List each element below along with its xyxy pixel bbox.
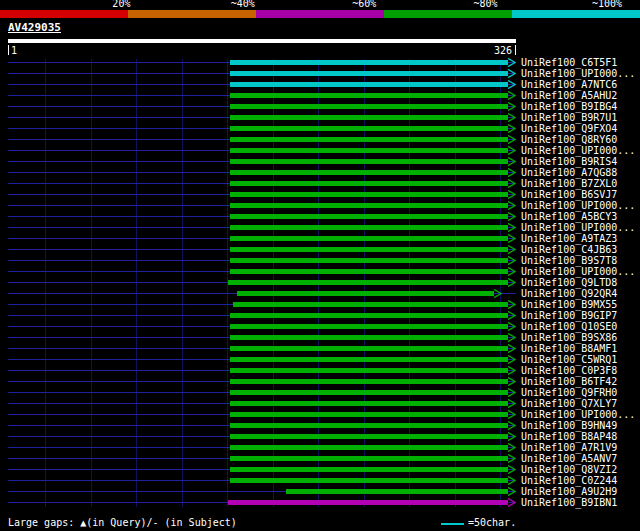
hit-label: UniRef100_B9S7T8	[521, 255, 617, 266]
hit-arrowhead-icon	[507, 300, 516, 309]
identity-scale-labels: 20%~40%~60%~80%~100%	[0, 0, 640, 10]
hit-bar	[230, 434, 508, 439]
hit-bar	[228, 500, 508, 505]
hit-arrowhead-icon	[507, 344, 516, 353]
hit-bar	[230, 247, 508, 252]
hit-row: UniRef100_B9IBN1	[0, 497, 640, 508]
hit-label: UniRef100_B6SVJ7	[521, 189, 617, 200]
hit-bar	[230, 258, 508, 263]
scale-segment	[384, 10, 512, 18]
hit-label: UniRef100_Q9FRH0	[521, 387, 617, 398]
hit-arrowhead-icon	[507, 399, 516, 408]
hit-row: UniRef100_B9RIS4	[0, 156, 640, 167]
ruler-tick-right	[515, 45, 516, 55]
hit-bar	[230, 379, 508, 384]
hit-bar	[230, 225, 508, 230]
hit-row: UniRef100_B8AMF1	[0, 343, 640, 354]
hit-row: UniRef100_Q8RY60	[0, 134, 640, 145]
hit-bar	[230, 401, 508, 406]
hit-label: UniRef100_A7R1V9	[521, 442, 617, 453]
hit-row: UniRef100_UPI000...	[0, 266, 640, 277]
hit-label: UniRef100_B9IBN1	[521, 497, 617, 508]
hit-bar	[230, 368, 508, 373]
hit-arrowhead-icon	[507, 311, 516, 320]
hit-arrowhead-icon	[507, 102, 516, 111]
hit-row: UniRef100_A7R1V9	[0, 442, 640, 453]
hit-row: UniRef100_C5WRQ1	[0, 354, 640, 365]
hit-label: UniRef100_Q92QR4	[521, 288, 617, 299]
hit-row: UniRef100_Q8VZI2	[0, 464, 640, 475]
query-bar	[8, 39, 516, 43]
hit-row: UniRef100_B9S7T8	[0, 255, 640, 266]
hit-bar	[286, 489, 508, 494]
hit-row: UniRef100_C6T5F1	[0, 57, 640, 68]
hit-bar	[233, 302, 508, 307]
hit-arrowhead-icon	[507, 498, 516, 507]
hit-bar	[230, 82, 508, 87]
hit-row: UniRef100_B6TF42	[0, 376, 640, 387]
hit-arrowhead-icon	[507, 355, 516, 364]
hit-arrowhead-icon	[507, 91, 516, 100]
hit-label: UniRef100_UPI000...	[521, 409, 635, 420]
hit-label: UniRef100_B9GIP7	[521, 310, 617, 321]
hit-arrowhead-icon	[507, 278, 516, 287]
hit-label: UniRef100_B9HN49	[521, 420, 617, 431]
hit-row: UniRef100_C0P3F8	[0, 365, 640, 376]
hit-row: UniRef100_A7NTC6	[0, 79, 640, 90]
hit-label: UniRef100_A9TAZ3	[521, 233, 617, 244]
hit-label: UniRef100_Q9LTD8	[521, 277, 617, 288]
hit-bar	[230, 390, 508, 395]
hit-arrowhead-icon	[507, 443, 516, 452]
hit-row: UniRef100_A9TAZ3	[0, 233, 640, 244]
hits-plot: UniRef100_C6T5F1UniRef100_UPI000...UniRe…	[0, 57, 640, 509]
hit-label: UniRef100_UPI000...	[521, 200, 635, 211]
hit-arrowhead-icon	[507, 179, 516, 188]
hit-row: UniRef100_Q7XLY7	[0, 398, 640, 409]
hit-row: UniRef100_Q9LTD8	[0, 277, 640, 288]
hit-arrowhead-icon	[507, 454, 516, 463]
ruler-start-label: 1	[11, 45, 17, 56]
hit-arrowhead-icon	[507, 124, 516, 133]
hit-arrowhead-icon	[507, 333, 516, 342]
hit-row: UniRef100_A5BCY3	[0, 211, 640, 222]
hit-row: UniRef100_UPI000...	[0, 409, 640, 420]
query-name: AV429035	[8, 22, 61, 34]
hit-row: UniRef100_A9U2H9	[0, 486, 640, 497]
hit-label: UniRef100_UPI000...	[521, 266, 635, 277]
hit-row: UniRef100_C4JB63	[0, 244, 640, 255]
hit-arrowhead-icon	[507, 80, 516, 89]
hit-label: UniRef100_B7ZXL0	[521, 178, 617, 189]
hit-arrowhead-icon	[507, 234, 516, 243]
hit-row: UniRef100_B9SX86	[0, 332, 640, 343]
hit-row: UniRef100_Q92QR4	[0, 288, 640, 299]
scale-label: ~60%	[352, 0, 376, 9]
hit-arrowhead-icon	[507, 212, 516, 221]
hit-label: UniRef100_B8AP48	[521, 431, 617, 442]
hit-label: UniRef100_UPI000...	[521, 68, 635, 79]
footer: Large gaps: ▲(in Query)/- (in Subject) =…	[0, 516, 640, 531]
hit-arrowhead-icon	[507, 366, 516, 375]
hit-row: UniRef100_UPI000...	[0, 222, 640, 233]
hit-row: UniRef100_A5ANV7	[0, 453, 640, 464]
hit-arrowhead-icon	[507, 135, 516, 144]
hit-bar	[230, 159, 508, 164]
hit-bar	[230, 203, 508, 208]
hit-arrowhead-icon	[507, 377, 516, 386]
hit-label: UniRef100_C6T5F1	[521, 57, 617, 68]
hit-label: UniRef100_A5AHU2	[521, 90, 617, 101]
scale-label: ~80%	[474, 0, 498, 9]
hit-arrowhead-icon	[507, 421, 516, 430]
hit-bar	[230, 335, 508, 340]
hit-bar	[230, 71, 508, 76]
hit-arrowhead-icon	[507, 223, 516, 232]
hit-arrowhead-icon	[507, 58, 516, 67]
hit-arrowhead-icon	[507, 146, 516, 155]
hit-bar	[230, 269, 508, 274]
fifty-char-ruler	[441, 523, 464, 525]
hit-row: UniRef100_UPI000...	[0, 200, 640, 211]
hit-label: UniRef100_B9R7U1	[521, 112, 617, 123]
fifty-char-ruler-label: =50char.	[468, 517, 516, 529]
scale-label: ~40%	[231, 0, 255, 9]
hit-label: UniRef100_A7QG88	[521, 167, 617, 178]
hit-label: UniRef100_B8AMF1	[521, 343, 617, 354]
